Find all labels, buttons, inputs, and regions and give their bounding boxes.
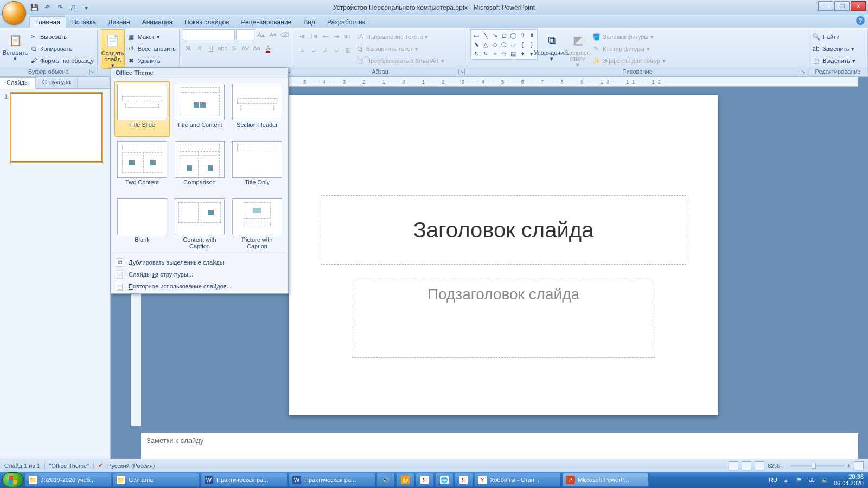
shape-icon[interactable]: ◯ <box>509 31 518 40</box>
view-sorter-icon[interactable] <box>742 461 751 470</box>
cut-button[interactable]: ✂Вырезать <box>29 31 94 42</box>
dialog-launcher-icon[interactable]: ↘ <box>458 69 465 75</box>
shape-icon[interactable]: ◇ <box>490 40 499 49</box>
numbering-icon[interactable]: 1≡ <box>308 31 319 42</box>
shape-icon[interactable]: ▱ <box>509 40 518 49</box>
clear-format-icon[interactable]: ⌫ <box>279 29 290 40</box>
italic-icon[interactable]: К <box>194 43 205 54</box>
view-slideshow-icon[interactable] <box>755 461 764 470</box>
layout-two-content[interactable]: Two Content <box>114 139 170 194</box>
tab-view[interactable]: Вид <box>297 16 321 28</box>
shape-icon[interactable]: ↻ <box>472 49 481 58</box>
shapes-gallery[interactable]: ▭╲↘◻◯⇧⬍ ⬊△◇⬠▱{} ↻⤷✧☆▤✦▾ <box>470 29 538 60</box>
find-button[interactable]: 🔍Найти <box>812 31 856 42</box>
shape-icon[interactable]: ✦ <box>518 49 527 58</box>
tab-design[interactable]: Дизайн <box>102 16 136 28</box>
underline-icon[interactable]: Ч <box>206 43 216 54</box>
shape-icon[interactable]: ╲ <box>481 31 490 40</box>
tab-developer[interactable]: Разработчик <box>321 16 371 28</box>
replace-button[interactable]: abЗаменить▾ <box>812 43 856 54</box>
tray-language[interactable]: RU <box>769 477 777 483</box>
shape-icon[interactable]: ⬍ <box>527 31 536 40</box>
task-yandex-1[interactable]: Я <box>416 473 434 487</box>
subtitle-placeholder[interactable]: Подзаголовок слайда <box>352 278 655 358</box>
dialog-launcher-icon[interactable]: ↘ <box>800 69 806 75</box>
layout-title-only[interactable]: Title Only <box>229 139 285 194</box>
paste-button[interactable]: 📋 Вставить ▾ <box>3 29 27 62</box>
arrange-button[interactable]: ⧉Упорядочить▾ <box>540 29 564 62</box>
shape-fill-button[interactable]: 🪣Заливка фигуры▾ <box>592 31 666 42</box>
shape-outline-button[interactable]: ✎Контур фигуры▾ <box>592 43 666 54</box>
tray-flag-icon[interactable]: ⚑ <box>795 476 803 484</box>
spellcheck-icon[interactable]: ✔ <box>98 462 103 469</box>
tab-insert[interactable]: Вставка <box>66 16 103 28</box>
layout-picture-caption[interactable]: Picture with Caption <box>229 196 285 252</box>
close-button[interactable]: ✕ <box>851 1 866 11</box>
shape-icon[interactable]: { <box>518 40 527 49</box>
save-icon[interactable]: 💾 <box>29 3 39 12</box>
notes-pane[interactable]: Заметки к слайду <box>141 433 858 459</box>
strike-icon[interactable]: abc <box>217 43 228 54</box>
office-button[interactable] <box>2 1 26 25</box>
gallery-reuse[interactable]: 📑Повторное использование слайдов... <box>111 280 288 292</box>
print-icon[interactable]: 🖨 <box>68 3 78 12</box>
font-color-icon[interactable]: A <box>263 43 273 54</box>
layout-button[interactable]: ▦Макет▾ <box>127 31 176 42</box>
zoom-out-icon[interactable]: − <box>783 463 786 469</box>
tab-slideshow[interactable]: Показ слайдов <box>178 16 235 28</box>
undo-icon[interactable]: ↶ <box>42 3 52 12</box>
convert-smartart-button[interactable]: ◫Преобразовать в SmartArt▾ <box>355 55 444 66</box>
fit-slide-icon[interactable] <box>854 461 864 470</box>
shape-icon[interactable]: ✧ <box>490 49 499 58</box>
gallery-duplicate[interactable]: ⧉Дублировать выделенные слайды <box>111 256 288 268</box>
zoom-slider[interactable] <box>790 465 844 467</box>
tab-home[interactable]: Главная <box>29 16 66 28</box>
align-text-button[interactable]: ⊟Выровнять текст▾ <box>355 43 444 54</box>
layout-title-content[interactable]: Title and Content <box>172 81 227 137</box>
status-language[interactable]: Русский (Россия) <box>107 463 155 469</box>
task-ybrowser[interactable]: YХобби'ты - Стан... <box>474 473 561 487</box>
columns-icon[interactable]: ▥ <box>342 44 353 55</box>
copy-button[interactable]: ⧉Копировать <box>29 43 94 54</box>
format-painter-button[interactable]: 🖌Формат по образцу <box>29 55 94 66</box>
charspace-icon[interactable]: AV <box>240 43 251 54</box>
shape-effects-button[interactable]: ✨Эффекты для фигур▾ <box>592 55 666 66</box>
task-powerpoint[interactable]: PMicrosoft PowerP... <box>562 473 649 487</box>
task-folder-2[interactable]: 📁G:\mama <box>113 473 200 487</box>
font-family-select[interactable] <box>183 29 235 40</box>
zoom-in-icon[interactable]: + <box>847 463 851 469</box>
shape-icon[interactable]: ⤷ <box>481 49 490 58</box>
shape-icon[interactable]: ▭ <box>472 31 481 40</box>
task-chrome[interactable]: 🌐 <box>435 473 454 487</box>
bold-icon[interactable]: Ж <box>183 43 194 54</box>
select-button[interactable]: ⬚Выделить▾ <box>812 55 856 66</box>
shape-icon[interactable]: ⇧ <box>518 31 527 40</box>
minimize-button[interactable]: — <box>818 1 833 11</box>
shape-icon[interactable]: ↘ <box>490 31 499 40</box>
shape-icon[interactable]: ⬊ <box>472 40 481 49</box>
shape-icon[interactable]: } <box>527 40 536 49</box>
quick-styles-button[interactable]: ◩Экспресс-стили▾ <box>566 29 590 68</box>
shadow-icon[interactable]: S <box>228 43 239 54</box>
lp-tab-slides[interactable]: Слайды <box>0 77 36 89</box>
task-word-2[interactable]: WПрактическая ра... <box>289 473 375 487</box>
view-normal-icon[interactable] <box>729 461 738 470</box>
bullets-icon[interactable]: •≡ <box>297 31 308 42</box>
task-yandex-2[interactable]: Я <box>455 473 473 487</box>
slide-thumb-1[interactable]: 1 <box>4 93 106 162</box>
zoom-value[interactable]: 82% <box>768 463 780 469</box>
indent-inc-icon[interactable]: ⇥ <box>331 31 342 42</box>
shape-icon[interactable]: ◻ <box>500 31 508 40</box>
reset-button[interactable]: ↺Восстановить <box>127 43 176 54</box>
justify-icon[interactable]: ≡ <box>331 44 342 55</box>
task-folder-1[interactable]: 📁J:\2019-2020 учеб... <box>25 473 112 487</box>
linespacing-icon[interactable]: ≡↕ <box>342 31 353 42</box>
tab-animation[interactable]: Анимация <box>136 16 178 28</box>
shape-icon[interactable]: ⬠ <box>500 40 508 49</box>
help-icon[interactable]: ? <box>856 16 865 25</box>
layout-section-header[interactable]: Section Header <box>229 81 285 137</box>
delete-button[interactable]: ✖Удалить <box>127 55 176 66</box>
dialog-launcher-icon[interactable]: ↘ <box>89 69 95 75</box>
slide-canvas[interactable]: Заголовок слайда Подзаголовок слайда <box>289 95 718 415</box>
layout-content-caption[interactable]: Content with Caption <box>172 196 227 252</box>
